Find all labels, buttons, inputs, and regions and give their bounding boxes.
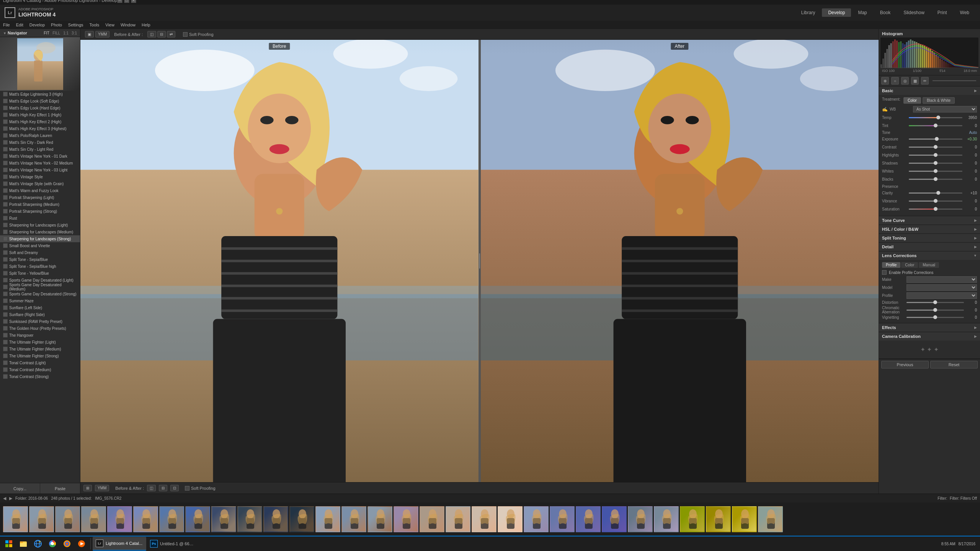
ba-above-btn[interactable]: ⊟ xyxy=(159,485,167,491)
blacks-slider[interactable] xyxy=(909,179,962,180)
filmstrip-thumb[interactable] xyxy=(237,506,262,532)
menu-develop[interactable]: Develop xyxy=(29,23,45,27)
lc-color-tab[interactable]: Color xyxy=(901,262,918,268)
highlights-slider[interactable] xyxy=(909,155,962,156)
taskbar-lightroom-btn[interactable]: Lr Lightroom 4 Catal... xyxy=(93,537,146,551)
ba-swap-btn[interactable]: ⇄ xyxy=(167,31,175,37)
panel-gradient-btn[interactable]: ▦ xyxy=(911,77,919,85)
saturation-thumb[interactable] xyxy=(934,207,938,211)
taskbar-media-btn[interactable] xyxy=(75,537,88,551)
preset-item[interactable]: The Ultimate Fighter (Light) xyxy=(0,339,80,346)
saturation-slider[interactable] xyxy=(909,209,962,210)
preset-item[interactable]: Matt's Sin City - Light Red xyxy=(0,146,80,153)
close-button[interactable]: ✕ xyxy=(131,0,136,3)
preset-item[interactable]: Matt's Vintage New York - 02 Medium xyxy=(0,160,80,166)
preset-item[interactable]: The Hangover xyxy=(0,332,80,339)
preset-item[interactable]: Soft and Dreamy xyxy=(0,249,80,256)
profile-select[interactable] xyxy=(906,292,977,299)
preset-item[interactable]: Tonal Contrast (Medium) xyxy=(0,366,80,373)
filmstrip-thumb[interactable] xyxy=(550,506,575,532)
whites-slider[interactable] xyxy=(909,171,962,172)
filmstrip-thumb[interactable] xyxy=(29,506,54,532)
filmstrip-thumb[interactable] xyxy=(211,506,236,532)
preset-item[interactable]: Tonal Contrast (Strong) xyxy=(0,373,80,380)
preset-item[interactable]: The Ultimate Fighter (Strong) xyxy=(0,352,80,359)
model-select[interactable] xyxy=(906,284,977,291)
contrast-slider[interactable] xyxy=(909,147,962,148)
treatment-color-btn[interactable]: Color xyxy=(903,97,921,104)
filmstrip-thumb[interactable] xyxy=(3,506,28,532)
menu-file[interactable]: File xyxy=(3,23,10,27)
ba-side-btn[interactable]: ◫ xyxy=(147,485,156,491)
filmstrip-thumb[interactable] xyxy=(602,506,627,532)
vibrance-slider[interactable] xyxy=(909,201,962,202)
preset-item[interactable]: Sports Game Day Desaturated (Strong) xyxy=(0,290,80,297)
taskbar-chrome-btn[interactable] xyxy=(46,537,59,551)
vibrance-thumb[interactable] xyxy=(934,199,938,203)
camera-calibration-header[interactable]: Camera Calibration xyxy=(879,332,980,341)
preset-item[interactable]: Sports Game Day Desaturated (Medium) xyxy=(0,284,80,290)
panel-spot-btn[interactable]: ○ xyxy=(891,77,899,85)
window-controls[interactable]: ─ □ ✕ xyxy=(117,0,136,3)
temp-thumb[interactable] xyxy=(936,116,940,119)
effects-header[interactable]: Effects xyxy=(879,323,980,332)
enable-profile-checkbox[interactable] xyxy=(882,270,887,275)
filmstrip-thumb[interactable] xyxy=(185,506,210,532)
menu-tools[interactable]: Tools xyxy=(90,23,100,27)
preset-item[interactable]: The Golden Hour (Pretty Presets) xyxy=(0,325,80,332)
filmstrip-thumb[interactable] xyxy=(706,506,731,532)
temp-slider[interactable] xyxy=(909,117,962,118)
taskbar-ie-btn[interactable]: e xyxy=(31,537,45,551)
chromatic-slider[interactable] xyxy=(906,310,964,311)
treatment-bw-btn[interactable]: Black & White xyxy=(923,97,955,104)
menu-view[interactable]: View xyxy=(105,23,114,27)
menu-photo[interactable]: Photo xyxy=(51,23,62,27)
filmstrip-thumb[interactable] xyxy=(368,506,392,532)
preset-item[interactable]: Matt's Vintage New York - 01 Dark xyxy=(0,153,80,160)
exposure-slider[interactable] xyxy=(909,139,962,140)
preset-item[interactable]: Matt's Vintage Style (with Grain) xyxy=(0,180,80,187)
preset-item[interactable]: Summer Haze xyxy=(0,297,80,304)
preset-item[interactable]: Sharpening for Landscapes (Light) xyxy=(0,222,80,228)
clarity-thumb[interactable] xyxy=(936,191,940,195)
lc-profile-tab[interactable]: Profile xyxy=(882,262,900,268)
filmstrip-thumb[interactable] xyxy=(133,506,158,532)
filmstrip-thumb[interactable] xyxy=(524,506,549,532)
filmstrip-thumb[interactable] xyxy=(263,506,288,532)
hsl-section-header[interactable]: HSL / Color / B&W xyxy=(879,225,980,233)
tone-auto-btn[interactable]: Auto xyxy=(969,130,977,135)
preset-item[interactable]: Matt's Edge Lightening 3 (High) xyxy=(0,91,80,98)
filmstrip-thumb[interactable] xyxy=(341,506,366,532)
loupe-view-btn[interactable]: YMM xyxy=(95,485,109,491)
filmstrip-thumb[interactable] xyxy=(446,506,470,532)
preset-item[interactable]: The Ultimate Fighter (Medium) xyxy=(0,346,80,352)
chromatic-thumb[interactable] xyxy=(933,308,937,312)
preset-item[interactable]: Sharpening for Landscapes (Strong) xyxy=(0,235,80,242)
preset-item[interactable]: Matt's Vintage New York - 03 Light xyxy=(0,166,80,173)
nav-1to1[interactable]: 1:1 xyxy=(63,31,69,35)
view-ymm-btn[interactable]: YMM xyxy=(95,31,109,37)
preset-item[interactable]: Portrait Sharpening (Light) xyxy=(0,194,80,201)
filmstrip-thumb[interactable] xyxy=(289,506,314,532)
filmstrip-thumb[interactable] xyxy=(654,506,679,532)
ba-top-bottom-btn[interactable]: ⊟ xyxy=(157,31,166,37)
lc-manual-tab[interactable]: Manual xyxy=(919,262,939,268)
filmstrip-thumb[interactable] xyxy=(472,506,497,532)
preset-item[interactable]: Matt's High Key Effect 1 (High) xyxy=(0,111,80,118)
taskbar-windows-btn[interactable] xyxy=(2,537,16,551)
module-tab-print[interactable]: Print xyxy=(931,8,953,17)
clarity-slider[interactable] xyxy=(909,192,962,194)
panel-redeye-btn[interactable]: ◎ xyxy=(901,77,909,85)
soft-proof-checkbox-toolbar[interactable] xyxy=(185,486,189,491)
nav-3to1[interactable]: 3:1 xyxy=(72,31,77,35)
preset-item[interactable]: Matt's Sin City - Dark Red xyxy=(0,139,80,146)
detail-header[interactable]: Detail xyxy=(879,243,980,251)
maximize-button[interactable]: □ xyxy=(124,0,129,3)
preset-item[interactable]: Portrait Sharpening (Strong) xyxy=(0,208,80,215)
blacks-thumb[interactable] xyxy=(934,177,938,181)
previous-button[interactable]: Previous xyxy=(881,361,929,368)
view-single-btn[interactable]: ▣ xyxy=(85,31,94,37)
vignetting-slider[interactable] xyxy=(906,317,964,318)
preset-item[interactable]: Split Tone - Sepia/Blue xyxy=(0,256,80,263)
menu-help[interactable]: Help xyxy=(142,23,150,27)
